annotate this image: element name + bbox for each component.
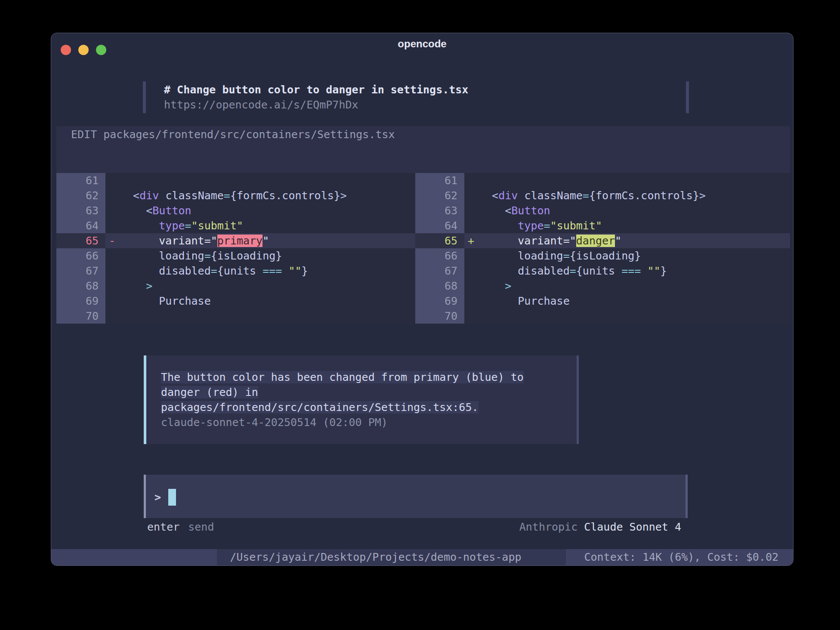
line-number: 66 — [56, 248, 105, 263]
user-message-block: # Change button color to danger in setti… — [143, 81, 689, 113]
diff-row: 7070 — [56, 309, 790, 324]
assistant-message-block: The button color has been changed from p… — [144, 355, 579, 444]
code-line — [464, 309, 790, 324]
window-title: opencode — [51, 38, 793, 50]
code-line — [105, 309, 415, 324]
code-line: loading={isLoading} — [464, 248, 790, 263]
line-number: 67 — [56, 263, 105, 278]
diff-row: 62 <div className={formCs.controls}>62 <… — [56, 188, 790, 203]
prompt-caret-icon: > — [154, 491, 161, 503]
code-line — [105, 173, 415, 188]
line-number: 62 — [56, 188, 105, 203]
keybind-action: send — [188, 521, 214, 533]
code-line: type="submit" — [464, 218, 790, 233]
diff-rows: 616162 <div className={formCs.controls}>… — [56, 173, 790, 324]
code-line: + variant="danger" — [464, 233, 790, 248]
line-number: 62 — [415, 188, 464, 203]
diff-row: 67 disabled={units === ""}67 disabled={u… — [56, 263, 790, 278]
edit-diff-panel: EDIT packages/frontend/src/containers/Se… — [56, 126, 790, 324]
line-number: 65 — [415, 233, 464, 248]
code-line: > — [105, 278, 415, 293]
line-number: 70 — [56, 309, 105, 324]
assistant-text-line: The button color has been changed from p… — [161, 370, 577, 385]
code-line: <div className={formCs.controls}> — [105, 188, 415, 203]
code-line: type="submit" — [105, 218, 415, 233]
assistant-text-line: packages/frontend/src/containers/Setting… — [161, 400, 577, 415]
assistant-meta: claude-sonnet-4-20250514 (02:00 PM) — [161, 415, 577, 430]
line-number: 66 — [415, 248, 464, 263]
edit-file-header: EDIT packages/frontend/src/containers/Se… — [71, 128, 395, 141]
diff-row: 66 loading={isLoading}66 loading={isLoad… — [56, 248, 790, 263]
model-info: AnthropicClaude Sonnet 4 — [519, 519, 681, 534]
diff-row: 68 >68 > — [56, 278, 790, 293]
code-line: disabled={units === ""} — [105, 263, 415, 278]
line-number: 65 — [56, 233, 105, 248]
model-name: Claude Sonnet 4 — [584, 521, 681, 533]
diff-row: 64 type="submit"64 type="submit" — [56, 218, 790, 233]
line-number: 61 — [56, 173, 105, 188]
prompt-input[interactable]: > — [144, 475, 688, 518]
line-number: 70 — [415, 309, 464, 324]
model-provider: Anthropic — [519, 521, 578, 533]
status-app-version: opencode v0.1.156 — [51, 549, 217, 565]
line-number: 68 — [415, 278, 464, 293]
code-line: <Button — [105, 203, 415, 218]
code-line: Purchase — [105, 293, 415, 309]
code-line: <Button — [464, 203, 790, 218]
code-line: > — [464, 278, 790, 293]
diff-row: 65- variant="primary"65+ variant="danger… — [56, 233, 790, 248]
line-number: 63 — [415, 203, 464, 218]
code-line: Purchase — [464, 293, 790, 309]
line-number: 61 — [415, 173, 464, 188]
removed-marker: - — [109, 233, 115, 248]
line-number: 69 — [415, 293, 464, 309]
code-line: loading={isLoading} — [105, 248, 415, 263]
diff-row: 69 Purchase69 Purchase — [56, 293, 790, 309]
status-context-cost: Context: 14K (6%), Cost: $0.02 — [566, 549, 793, 565]
line-number: 69 — [56, 293, 105, 309]
status-bar: opencode v0.1.156 /Users/jayair/Desktop/… — [51, 549, 793, 565]
added-marker: + — [468, 233, 474, 248]
line-number: 68 — [56, 278, 105, 293]
diff-row: 6161 — [56, 173, 790, 188]
line-number: 64 — [56, 218, 105, 233]
code-line: - variant="primary" — [105, 233, 415, 248]
code-line: <div className={formCs.controls}> — [464, 188, 790, 203]
footer-hints: entersend AnthropicClaude Sonnet 4 — [147, 519, 681, 534]
status-cwd: /Users/jayair/Desktop/Projects/demo-note… — [217, 549, 566, 565]
text-cursor — [168, 489, 176, 506]
assistant-lines: The button color has been changed from p… — [161, 370, 577, 415]
code-line — [464, 173, 790, 188]
user-message-title: # Change button color to danger in setti… — [164, 82, 686, 97]
line-number: 64 — [415, 218, 464, 233]
line-number: 67 — [415, 263, 464, 278]
line-number: 63 — [56, 203, 105, 218]
keybind-hint: entersend — [147, 519, 214, 534]
diff-row: 63 <Button63 <Button — [56, 203, 790, 218]
opencode-window: opencode # Change button color to danger… — [51, 33, 794, 566]
share-url-link[interactable]: https://opencode.ai/s/EQmP7hDx — [164, 97, 686, 112]
assistant-text-line: danger (red) in — [161, 385, 577, 400]
code-line: disabled={units === ""} — [464, 263, 790, 278]
keybind-key: enter — [147, 521, 179, 533]
